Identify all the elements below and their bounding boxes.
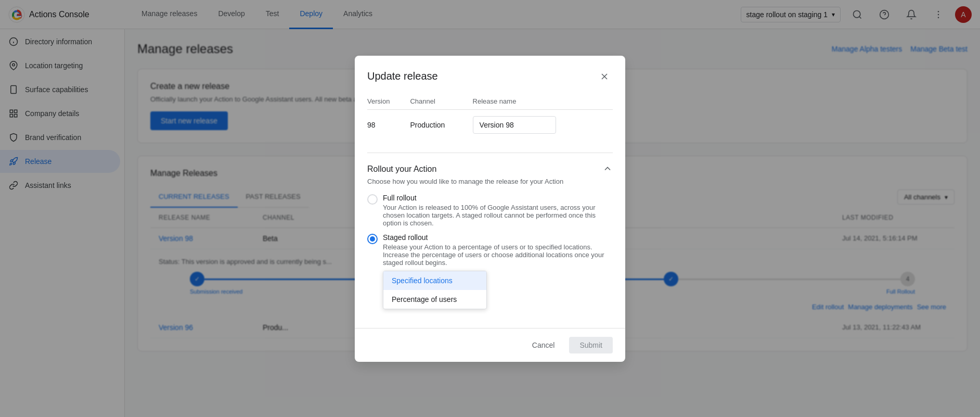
staged-rollout-label-group: Staged rollout Release your Action to a …: [383, 233, 613, 309]
cancel-button[interactable]: Cancel: [524, 337, 563, 353]
update-release-modal: Update release Version Channel Release n…: [355, 56, 625, 362]
modal-overlay: Update release Version Channel Release n…: [0, 0, 980, 417]
staged-rollout-option: Staged rollout Release your Action to a …: [367, 233, 613, 309]
rollout-section: Rollout your Action Choose how you would…: [367, 153, 613, 309]
staged-rollout-radio[interactable]: [367, 234, 378, 244]
submit-button[interactable]: Submit: [569, 337, 613, 353]
modal-title: Update release: [367, 70, 438, 82]
version-header: Version: [367, 93, 410, 110]
release-name-field: [473, 109, 613, 140]
full-rollout-label-group: Full rollout Your Action is released to …: [383, 194, 613, 227]
staged-rollout-label: Staged rollout: [383, 233, 613, 242]
release-name-input[interactable]: [473, 116, 556, 134]
rollout-title: Rollout your Action: [367, 165, 436, 174]
dropdown-item-percentage[interactable]: Percentage of users: [383, 290, 486, 309]
rollout-description: Choose how you would like to manage the …: [367, 178, 613, 185]
staged-rollout-sublabel: Release your Action to a percentage of u…: [383, 243, 613, 267]
full-rollout-option: Full rollout Your Action is released to …: [367, 194, 613, 227]
release-info-table: Version Channel Release name 98 Producti…: [367, 93, 613, 140]
dropdown-item-locations[interactable]: Specified locations: [383, 271, 486, 290]
modal-header: Update release: [355, 56, 625, 93]
modal-close-button[interactable]: [596, 68, 613, 85]
channel-header: Channel: [410, 93, 472, 110]
full-rollout-radio[interactable]: [367, 194, 378, 205]
full-rollout-sublabel: Your Action is released to 100% of Googl…: [383, 204, 613, 227]
rollout-header: Rollout your Action: [367, 163, 613, 175]
modal-footer: Cancel Submit: [355, 328, 625, 362]
releasename-header: Release name: [473, 93, 613, 110]
rollout-collapse-icon[interactable]: [602, 163, 613, 175]
staged-rollout-dropdown: Specified locations Percentage of users: [383, 271, 487, 309]
channel-value: Production: [410, 109, 472, 140]
full-rollout-label: Full rollout: [383, 194, 613, 202]
release-info-row: 98 Production: [367, 109, 613, 140]
modal-body: Version Channel Release name 98 Producti…: [355, 93, 625, 328]
version-value: 98: [367, 109, 410, 140]
